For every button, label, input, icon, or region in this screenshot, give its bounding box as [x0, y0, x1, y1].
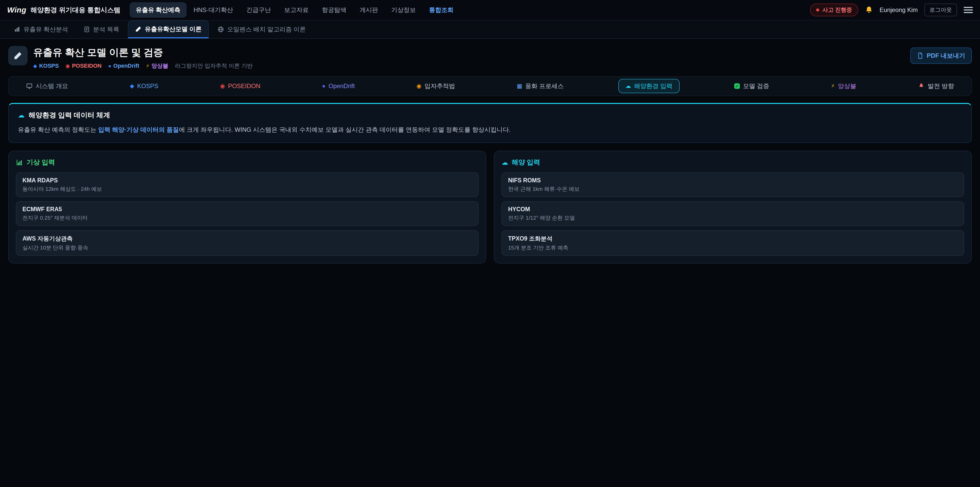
- top-bar: Wing 해양환경 위기대응 통합시스템 유출유 확산예측 HNS·대기확산 긴…: [0, 0, 980, 21]
- circle-icon: ●: [322, 83, 325, 89]
- nav-item-weather-info[interactable]: 기상정보: [385, 2, 422, 18]
- chapter-system-overview[interactable]: 시스템 개요: [19, 79, 75, 93]
- list-icon: [83, 26, 90, 33]
- logout-button[interactable]: 로그아웃: [924, 3, 957, 16]
- page-header: 유출유 확산 모델 이론 및 검증 ◆ KOSPS ◉ POSEIDON ● O: [8, 46, 972, 70]
- target-icon: ◉: [417, 83, 422, 89]
- app-root: Wing 해양환경 위기대응 통합시스템 유출유 확산예측 HNS·대기확산 긴…: [0, 0, 980, 487]
- subtab-label: 유출유 확산분석: [24, 25, 68, 34]
- nav-item-board[interactable]: 게시판: [353, 2, 384, 18]
- input-cards: 기상 입력 KMA RDAPS 동아시아 12km 해상도 · 24h 예보 E…: [8, 151, 972, 263]
- section-title: ☁ 해양환경 입력 데이터 체계: [18, 110, 962, 120]
- grid-icon: ▦: [517, 83, 522, 89]
- subtab-spill-analysis[interactable]: 유출유 확산분석: [7, 21, 75, 38]
- incident-dot-icon: [816, 8, 819, 11]
- dataset-desc: 실시간 10분 단위 풍향·풍속: [22, 244, 472, 251]
- chapter-poseidon[interactable]: ◉ POSEIDON: [213, 80, 267, 93]
- nav-item-integrated-search[interactable]: 통합조회: [423, 2, 460, 18]
- brand: Wing 해양환경 위기대응 통합시스템: [7, 6, 121, 14]
- chapter-kosps[interactable]: ◆ KOSPS: [123, 80, 165, 93]
- chapter-weathering-process[interactable]: ▦ 풍화 프로세스: [510, 79, 571, 93]
- weather-card-rows: KMA RDAPS 동아시아 12km 해상도 · 24h 예보 ECMWF E…: [16, 172, 479, 256]
- badge-poseidon: ◉ POSEIDON: [65, 62, 102, 69]
- chapter-particle-tracking[interactable]: ◉ 입자추적법: [409, 79, 462, 93]
- ocean-env-input-section: ☁ 해양환경 입력 데이터 체계 유출유 확산 예측의 정확도는 입력 해양·기…: [8, 103, 972, 143]
- dataset-desc: 15개 분조 기반 조류 예측: [508, 244, 958, 251]
- monitor-icon: [26, 83, 33, 89]
- dataset-name: AWS 자동기상관측: [22, 235, 472, 243]
- subtab-label: 유출유확산모델 이론: [145, 25, 202, 33]
- badge-kosps: ◆ KOSPS: [33, 62, 59, 69]
- dataset-desc: 전지구 0.25° 재분석 데이터: [22, 214, 472, 221]
- chapter-ensemble[interactable]: ⚡ 앙상블: [824, 79, 863, 93]
- nav-item-oil-spill-forecast[interactable]: 유출유 확산예측: [130, 2, 186, 18]
- dataset-row[interactable]: TPXO9 조화분석 15개 분조 기반 조류 예측: [501, 230, 964, 256]
- chapter-model-validation[interactable]: ✓ 모델 검증: [727, 79, 776, 93]
- dataset-name: HYCOM: [508, 206, 958, 213]
- pdf-export-button[interactable]: PDF 내보내기: [910, 48, 972, 64]
- page-title: 유출유 확산 모델 이론 및 검증: [33, 46, 253, 59]
- dataset-name: TPXO9 조화분석: [508, 235, 958, 243]
- diamond-icon: ◆: [33, 63, 37, 69]
- badge-ensemble: ⚡ 앙상블: [146, 62, 169, 70]
- bar-chart-icon: [16, 159, 23, 166]
- hamburger-menu-icon[interactable]: [964, 7, 973, 13]
- page-pen-icon: [8, 46, 27, 65]
- app-title: 해양환경 위기대응 통합시스템: [30, 6, 120, 14]
- dataset-name: KMA RDAPS: [22, 177, 472, 184]
- circle-icon: ●: [108, 63, 111, 69]
- pen-icon: [135, 26, 142, 32]
- cloud-icon: ☁: [18, 112, 24, 118]
- ocean-card-rows: NIFS ROMS 한국 근해 1km 해류·수온 예보 HYCOM 전지구 1…: [501, 172, 964, 256]
- nav-item-aerial-search[interactable]: 항공탐색: [316, 2, 352, 18]
- check-icon: ✓: [734, 83, 740, 89]
- top-navigation: 유출유 확산예측 HNS·대기확산 긴급구난 보고자료 항공탐색 게시판 기상정…: [130, 2, 460, 18]
- nav-item-emergency-rescue[interactable]: 긴급구난: [240, 2, 277, 18]
- globe-icon: [218, 26, 224, 33]
- diamond-icon: ◆: [130, 83, 134, 89]
- highlight-text: 입력 해양·기상 데이터의 품질: [98, 126, 179, 133]
- chapter-future-direction[interactable]: 발전 방향: [911, 79, 961, 93]
- dataset-desc: 동아시아 12km 해상도 · 24h 예보: [22, 185, 472, 193]
- sub-navigation: 유출유 확산분석 분석 목록 유출유확산모델 이론 오일펜스 배치 알고리즘 이…: [0, 21, 980, 39]
- nav-item-hns-air-dispersion[interactable]: HNS·대기확산: [188, 2, 239, 18]
- dataset-name: NIFS ROMS: [508, 177, 958, 184]
- bell-icon[interactable]: [865, 6, 873, 14]
- dataset-row[interactable]: AWS 자동기상관측 실시간 10분 단위 풍향·풍속: [16, 230, 479, 256]
- weather-card-title: 기상 입력: [16, 158, 479, 167]
- nav-item-reports[interactable]: 보고자료: [278, 2, 315, 18]
- pdf-export-label: PDF 내보내기: [927, 51, 965, 60]
- section-body: 유출유 확산 예측의 정확도는 입력 해양·기상 데이터의 품질에 크게 좌우됩…: [18, 125, 962, 134]
- chapter-nav: 시스템 개요 ◆ KOSPS ◉ POSEIDON ● OpenDrift ◉ …: [8, 77, 972, 96]
- dataset-desc: 한국 근해 1km 해류·수온 예보: [508, 185, 958, 193]
- cloud-icon: ☁: [625, 83, 631, 89]
- user-name: Eunjeong Kim: [880, 6, 918, 14]
- chart-icon: [14, 26, 21, 33]
- ring-icon: ◉: [220, 83, 225, 89]
- cloud-icon: ☁: [501, 159, 508, 166]
- dataset-row[interactable]: NIFS ROMS 한국 근해 1km 해류·수온 예보: [501, 172, 964, 197]
- wing-logo: Wing: [7, 6, 26, 14]
- subtab-label: 오일펜스 배치 알고리즘 이론: [227, 25, 306, 34]
- chapter-ocean-env-input[interactable]: ☁ 해양환경 입력: [618, 79, 680, 93]
- bolt-icon: ⚡: [146, 63, 150, 69]
- dataset-row[interactable]: ECMWF ERA5 전지구 0.25° 재분석 데이터: [16, 201, 479, 226]
- chapter-opendrift[interactable]: ● OpenDrift: [315, 80, 362, 93]
- incident-status-badge[interactable]: 사고 진행중: [810, 3, 858, 16]
- badge-opendrift: ● OpenDrift: [108, 62, 139, 69]
- dataset-row[interactable]: HYCOM 전지구 1/12° 해양 순환 모델: [501, 201, 964, 226]
- ocean-input-card: ☁ 해양 입력 NIFS ROMS 한국 근해 1km 해류·수온 예보 HYC…: [494, 151, 972, 263]
- subtab-analysis-list[interactable]: 분석 목록: [77, 21, 126, 38]
- dataset-desc: 전지구 1/12° 해양 순환 모델: [508, 214, 958, 221]
- subtab-label: 분석 목록: [93, 25, 119, 34]
- rocket-icon: [918, 83, 924, 89]
- dataset-row[interactable]: KMA RDAPS 동아시아 12km 해상도 · 24h 예보: [16, 172, 479, 197]
- model-badge-row: ◆ KOSPS ◉ POSEIDON ● OpenDrift ⚡: [33, 62, 253, 70]
- incident-status-label: 사고 진행중: [822, 6, 852, 14]
- bolt-icon: ⚡: [831, 83, 835, 89]
- subtab-oil-fence-algorithm[interactable]: 오일펜스 배치 알고리즘 이론: [211, 21, 312, 38]
- page-subtitle: 라그랑지안 입자추적 이론 기반: [175, 62, 253, 70]
- top-bar-right: 사고 진행중 Eunjeong Kim 로그아웃: [810, 3, 973, 16]
- subtab-model-theory[interactable]: 유출유확산모델 이론: [128, 21, 209, 38]
- main-content: 유출유 확산 모델 이론 및 검증 ◆ KOSPS ◉ POSEIDON ● O: [0, 39, 980, 263]
